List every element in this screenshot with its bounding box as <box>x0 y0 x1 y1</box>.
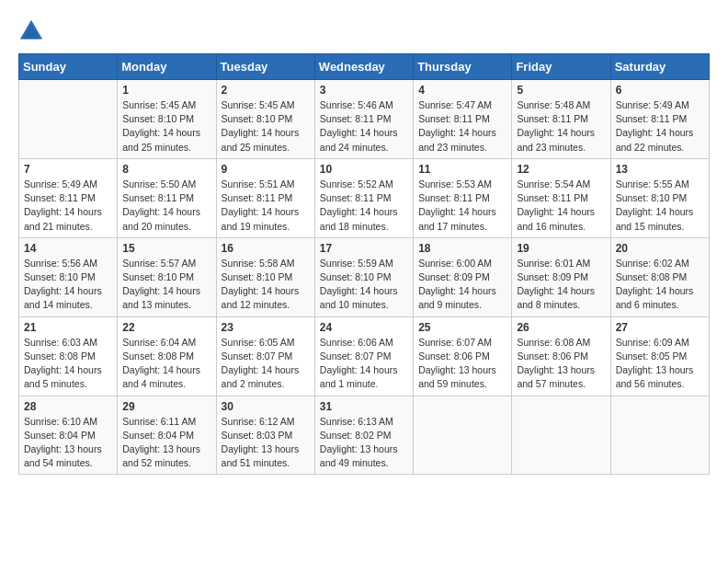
calendar-cell: 28Sunrise: 6:10 AM Sunset: 8:04 PM Dayli… <box>19 396 118 475</box>
day-info: Sunrise: 5:50 AM Sunset: 8:11 PM Dayligh… <box>122 178 210 234</box>
day-number: 11 <box>418 163 506 176</box>
calendar-cell: 7Sunrise: 5:49 AM Sunset: 8:11 PM Daylig… <box>19 158 118 237</box>
weekday-header-sunday: Sunday <box>19 54 118 80</box>
calendar-cell: 23Sunrise: 6:05 AM Sunset: 8:07 PM Dayli… <box>216 316 314 396</box>
day-info: Sunrise: 5:51 AM Sunset: 8:11 PM Dayligh… <box>222 178 310 234</box>
day-number: 21 <box>24 321 112 334</box>
day-number: 9 <box>222 163 310 176</box>
day-number: 3 <box>320 84 408 97</box>
weekday-header-tuesday: Tuesday <box>216 54 314 80</box>
calendar-cell: 13Sunrise: 5:55 AM Sunset: 8:10 PM Dayli… <box>610 158 709 237</box>
day-info: Sunrise: 6:01 AM Sunset: 8:09 PM Dayligh… <box>517 257 605 313</box>
day-number: 5 <box>517 84 605 97</box>
day-info: Sunrise: 5:49 AM Sunset: 8:11 PM Dayligh… <box>24 178 112 234</box>
calendar-cell: 19Sunrise: 6:01 AM Sunset: 8:09 PM Dayli… <box>512 237 610 316</box>
calendar-cell: 1Sunrise: 5:45 AM Sunset: 8:10 PM Daylig… <box>118 80 216 159</box>
weekday-header-wednesday: Wednesday <box>314 54 413 80</box>
day-number: 12 <box>517 163 605 176</box>
calendar-cell: 26Sunrise: 6:08 AM Sunset: 8:06 PM Dayli… <box>512 316 610 396</box>
day-number: 19 <box>517 242 605 255</box>
calendar-cell: 29Sunrise: 6:11 AM Sunset: 8:04 PM Dayli… <box>118 396 216 475</box>
calendar-week-4: 21Sunrise: 6:03 AM Sunset: 8:08 PM Dayli… <box>19 316 710 396</box>
day-number: 15 <box>122 242 210 255</box>
calendar-cell <box>414 396 512 475</box>
day-number: 18 <box>418 242 506 255</box>
calendar-cell: 5Sunrise: 5:48 AM Sunset: 8:11 PM Daylig… <box>512 80 610 159</box>
day-number: 2 <box>222 84 310 97</box>
calendar-cell: 15Sunrise: 5:57 AM Sunset: 8:10 PM Dayli… <box>118 237 216 316</box>
calendar-cell: 27Sunrise: 6:09 AM Sunset: 8:05 PM Dayli… <box>610 316 709 396</box>
day-number: 6 <box>616 84 704 97</box>
day-info: Sunrise: 6:06 AM Sunset: 8:07 PM Dayligh… <box>320 336 408 392</box>
day-info: Sunrise: 6:02 AM Sunset: 8:08 PM Dayligh… <box>616 257 704 313</box>
weekday-header-monday: Monday <box>118 54 216 80</box>
calendar-cell: 9Sunrise: 5:51 AM Sunset: 8:11 PM Daylig… <box>216 158 314 237</box>
calendar-cell: 17Sunrise: 5:59 AM Sunset: 8:10 PM Dayli… <box>314 237 413 316</box>
day-info: Sunrise: 5:58 AM Sunset: 8:10 PM Dayligh… <box>222 257 310 313</box>
day-number: 26 <box>517 321 605 334</box>
day-info: Sunrise: 6:13 AM Sunset: 8:02 PM Dayligh… <box>320 415 408 471</box>
day-info: Sunrise: 6:12 AM Sunset: 8:03 PM Dayligh… <box>222 415 310 471</box>
day-info: Sunrise: 6:03 AM Sunset: 8:08 PM Dayligh… <box>24 336 112 392</box>
day-info: Sunrise: 5:53 AM Sunset: 8:11 PM Dayligh… <box>418 178 506 234</box>
calendar-cell: 21Sunrise: 6:03 AM Sunset: 8:08 PM Dayli… <box>19 316 118 396</box>
weekday-header-thursday: Thursday <box>414 54 512 80</box>
weekday-header-friday: Friday <box>512 54 610 80</box>
day-info: Sunrise: 5:57 AM Sunset: 8:10 PM Dayligh… <box>122 257 210 313</box>
calendar-cell: 11Sunrise: 5:53 AM Sunset: 8:11 PM Dayli… <box>414 158 512 237</box>
day-number: 29 <box>122 400 210 413</box>
calendar-week-3: 14Sunrise: 5:56 AM Sunset: 8:10 PM Dayli… <box>19 237 710 316</box>
day-number: 30 <box>222 400 310 413</box>
day-info: Sunrise: 5:55 AM Sunset: 8:10 PM Dayligh… <box>616 178 704 234</box>
day-number: 14 <box>24 242 112 255</box>
calendar-cell: 3Sunrise: 5:46 AM Sunset: 8:11 PM Daylig… <box>314 80 413 159</box>
day-number: 16 <box>222 242 310 255</box>
day-info: Sunrise: 6:10 AM Sunset: 8:04 PM Dayligh… <box>24 415 112 471</box>
calendar-cell: 4Sunrise: 5:47 AM Sunset: 8:11 PM Daylig… <box>414 80 512 159</box>
day-info: Sunrise: 6:09 AM Sunset: 8:05 PM Dayligh… <box>616 336 704 392</box>
day-info: Sunrise: 6:04 AM Sunset: 8:08 PM Dayligh… <box>122 336 210 392</box>
calendar-cell: 25Sunrise: 6:07 AM Sunset: 8:06 PM Dayli… <box>414 316 512 396</box>
calendar-cell <box>610 396 709 475</box>
day-info: Sunrise: 5:52 AM Sunset: 8:11 PM Dayligh… <box>320 178 408 234</box>
logo <box>18 18 48 44</box>
calendar-cell: 22Sunrise: 6:04 AM Sunset: 8:08 PM Dayli… <box>118 316 216 396</box>
day-info: Sunrise: 6:08 AM Sunset: 8:06 PM Dayligh… <box>517 336 605 392</box>
calendar-week-2: 7Sunrise: 5:49 AM Sunset: 8:11 PM Daylig… <box>19 158 710 237</box>
calendar-cell: 10Sunrise: 5:52 AM Sunset: 8:11 PM Dayli… <box>314 158 413 237</box>
day-number: 10 <box>320 163 408 176</box>
calendar-cell: 30Sunrise: 6:12 AM Sunset: 8:03 PM Dayli… <box>216 396 314 475</box>
day-info: Sunrise: 6:05 AM Sunset: 8:07 PM Dayligh… <box>222 336 310 392</box>
day-number: 28 <box>24 400 112 413</box>
weekday-header-saturday: Saturday <box>610 54 709 80</box>
day-info: Sunrise: 5:54 AM Sunset: 8:11 PM Dayligh… <box>517 178 605 234</box>
day-info: Sunrise: 5:45 AM Sunset: 8:10 PM Dayligh… <box>122 98 210 155</box>
day-number: 31 <box>320 400 408 413</box>
calendar-week-1: 1Sunrise: 5:45 AM Sunset: 8:10 PM Daylig… <box>19 80 710 159</box>
day-info: Sunrise: 5:59 AM Sunset: 8:10 PM Dayligh… <box>320 257 408 313</box>
day-number: 24 <box>320 321 408 334</box>
day-number: 20 <box>616 242 704 255</box>
calendar-cell <box>512 396 610 475</box>
day-number: 7 <box>24 163 112 176</box>
calendar-cell: 14Sunrise: 5:56 AM Sunset: 8:10 PM Dayli… <box>19 237 118 316</box>
day-number: 4 <box>418 84 506 97</box>
day-info: Sunrise: 6:07 AM Sunset: 8:06 PM Dayligh… <box>418 336 506 392</box>
day-number: 23 <box>222 321 310 334</box>
logo-icon <box>18 18 44 44</box>
day-number: 8 <box>122 163 210 176</box>
calendar-cell: 2Sunrise: 5:45 AM Sunset: 8:10 PM Daylig… <box>216 80 314 159</box>
calendar-cell: 31Sunrise: 6:13 AM Sunset: 8:02 PM Dayli… <box>314 396 413 475</box>
calendar-cell: 8Sunrise: 5:50 AM Sunset: 8:11 PM Daylig… <box>118 158 216 237</box>
day-info: Sunrise: 5:45 AM Sunset: 8:10 PM Dayligh… <box>222 98 310 155</box>
day-info: Sunrise: 5:49 AM Sunset: 8:11 PM Dayligh… <box>616 98 704 155</box>
calendar-cell: 18Sunrise: 6:00 AM Sunset: 8:09 PM Dayli… <box>414 237 512 316</box>
day-number: 13 <box>616 163 704 176</box>
calendar-week-5: 28Sunrise: 6:10 AM Sunset: 8:04 PM Dayli… <box>19 396 710 475</box>
page-header <box>18 18 710 44</box>
calendar-cell: 24Sunrise: 6:06 AM Sunset: 8:07 PM Dayli… <box>314 316 413 396</box>
weekday-header-row: SundayMondayTuesdayWednesdayThursdayFrid… <box>19 54 710 80</box>
day-info: Sunrise: 5:47 AM Sunset: 8:11 PM Dayligh… <box>418 98 506 155</box>
calendar-cell: 16Sunrise: 5:58 AM Sunset: 8:10 PM Dayli… <box>216 237 314 316</box>
day-info: Sunrise: 6:00 AM Sunset: 8:09 PM Dayligh… <box>418 257 506 313</box>
